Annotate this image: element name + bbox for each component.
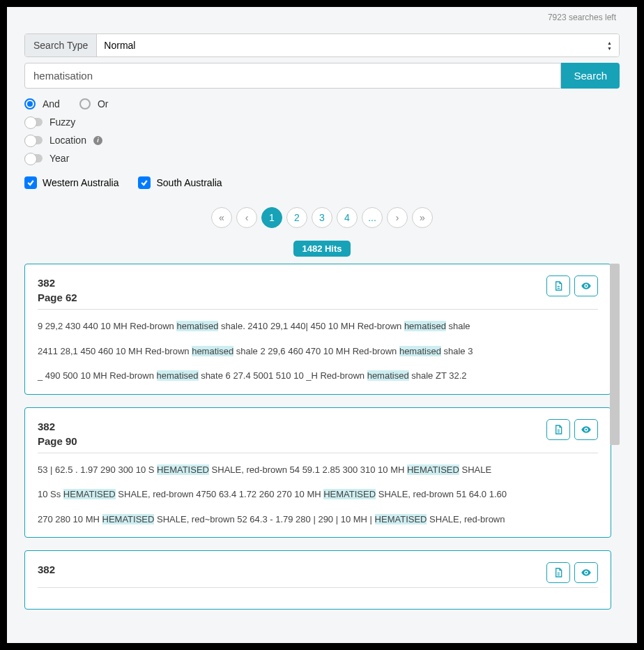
state-checkbox[interactable] <box>24 176 37 189</box>
snippet: 9 29,2 430 440 10 MH Red-brown hematised… <box>38 319 598 333</box>
card-header: 382Page 90 <box>38 419 598 453</box>
toggle-year-label: Year <box>49 153 69 164</box>
toggle-fuzzy[interactable] <box>24 118 43 126</box>
search-input[interactable] <box>24 63 561 89</box>
state-label: Western Australia <box>43 177 118 188</box>
search-type-label: Search Type <box>25 34 97 56</box>
toggle-location[interactable] <box>24 136 43 144</box>
page-...[interactable]: ... <box>362 207 383 228</box>
toggle-location-label: Location <box>49 135 86 146</box>
result-card: 382Page 9053 | 62.5 . 1.97 290 300 10 S … <box>24 407 611 538</box>
state-filters: Western AustraliaSouth Australia <box>24 176 620 189</box>
highlight: hematised <box>157 370 199 381</box>
radio-or[interactable] <box>79 98 91 109</box>
scrollbar-track[interactable] <box>610 264 620 612</box>
select-updown-icon: ▲▼ <box>607 40 612 51</box>
view-button[interactable] <box>574 562 598 583</box>
search-type-select[interactable]: Normal ▲▼ <box>97 34 619 56</box>
search-type-value: Normal <box>104 40 135 51</box>
search-button[interactable]: Search <box>561 63 620 89</box>
page-last[interactable]: » <box>412 207 433 228</box>
highlight: HEMATISED <box>323 489 376 499</box>
search-options: And Or Fuzzy Location i Year <box>24 98 620 164</box>
snippet: 53 | 62.5 . 1.97 290 300 10 S HEMATISED … <box>38 463 598 477</box>
highlight: hematised <box>176 321 218 331</box>
card-header: 382 <box>38 562 598 588</box>
highlight: hematised <box>367 370 409 381</box>
card-title: 382Page 62 <box>38 275 77 305</box>
page-4[interactable]: 4 <box>337 207 358 228</box>
state-label: South Australia <box>156 177 222 188</box>
page-1[interactable]: 1 <box>261 207 282 228</box>
scrollbar-thumb[interactable] <box>610 264 620 445</box>
page-prev[interactable]: ‹ <box>236 207 257 228</box>
snippet: 10 Ss HEMATISED SHALE, red-brown 4750 63… <box>38 488 598 501</box>
radio-and[interactable] <box>24 98 36 109</box>
page-next[interactable]: › <box>387 207 408 228</box>
snippet: 270 280 10 MH HEMATISED SHALE, red~brown… <box>38 513 598 527</box>
document-button[interactable] <box>546 275 570 296</box>
page-3[interactable]: 3 <box>312 207 332 228</box>
info-icon[interactable]: i <box>93 136 102 145</box>
result-card: 382Page 629 29,2 430 440 10 MH Red-brown… <box>24 264 611 395</box>
snippet: 2411 28,1 450 460 10 MH Red-brown hemati… <box>38 345 598 358</box>
search-type-row: Search Type Normal ▲▼ <box>24 33 620 57</box>
hits-badge: 1482 Hits <box>293 241 350 257</box>
document-button[interactable] <box>546 419 570 440</box>
highlight: HEMATISED <box>407 464 459 475</box>
highlight: HEMATISED <box>375 514 427 524</box>
card-title: 382Page 90 <box>38 419 77 448</box>
toggle-year[interactable] <box>24 154 43 162</box>
highlight: HEMATISED <box>102 514 155 524</box>
snippet: _ 490 500 10 MH Red-brown hematised shat… <box>38 369 598 383</box>
card-title: 382 <box>38 562 55 577</box>
card-actions <box>546 275 598 296</box>
toggle-fuzzy-label: Fuzzy <box>49 116 75 128</box>
highlight: hematised <box>404 321 446 331</box>
results-list: 382Page 629 29,2 430 440 10 MH Red-brown… <box>24 264 620 612</box>
radio-or-label: Or <box>98 98 109 109</box>
view-button[interactable] <box>574 275 598 296</box>
search-row: Search <box>24 63 620 89</box>
highlight: HEMATISED <box>157 464 209 475</box>
card-actions <box>546 419 598 440</box>
highlight: HEMATISED <box>63 489 116 499</box>
document-button[interactable] <box>546 562 570 583</box>
view-button[interactable] <box>574 419 598 440</box>
highlight: hematised <box>192 346 233 356</box>
state-item: South Australia <box>138 176 222 189</box>
state-checkbox[interactable] <box>138 176 151 189</box>
pagination: «‹1234...›» <box>24 207 620 228</box>
card-header: 382Page 62 <box>38 275 598 310</box>
radio-and-label: And <box>43 98 60 109</box>
page-2[interactable]: 2 <box>286 207 307 228</box>
highlight: hematised <box>399 346 441 356</box>
card-actions <box>546 562 598 583</box>
state-item: Western Australia <box>24 176 118 189</box>
result-card: 382 <box>24 550 611 610</box>
page-first[interactable]: « <box>211 207 232 228</box>
searches-left: 7923 searches left <box>548 13 616 22</box>
